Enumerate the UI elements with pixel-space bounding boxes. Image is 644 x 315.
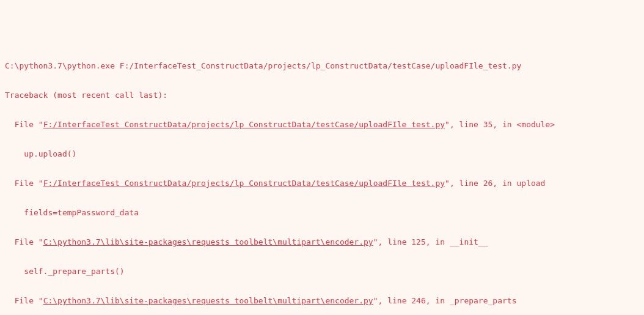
file-path-link[interactable]: F:/InterfaceTest ConstructData/projects/… (43, 120, 445, 129)
file-suffix: ", line 125, in __init__ (373, 237, 488, 246)
file-prefix: File " (5, 179, 43, 188)
frame-code-line: up.upload() (5, 147, 639, 161)
file-path-link[interactable]: C:\python3.7\lib\site-packages\requests … (43, 237, 373, 246)
frame-file-line: File "F:/InterfaceTest ConstructData/pro… (5, 176, 639, 191)
traceback-header: Traceback (most recent call last): (5, 88, 639, 103)
frame-code-line: self._prepare_parts() (5, 264, 639, 279)
command-line: C:\python3.7\python.exe F:/InterfaceTest… (5, 59, 639, 73)
file-suffix: ", line 246, in _prepare_parts (373, 296, 517, 305)
frame-code-line: fields=tempPassword_data (5, 206, 639, 220)
frame-file-line: File "C:\python3.7\lib\site-packages\req… (5, 294, 639, 308)
file-prefix: File " (5, 237, 43, 246)
file-path-link[interactable]: C:\python3.7\lib\site-packages\requests … (43, 296, 373, 305)
file-suffix: ", line 35, in <module> (445, 120, 555, 129)
frame-file-line: File "C:\python3.7\lib\site-packages\req… (5, 235, 639, 250)
frame-file-line: File "F:/InterfaceTest ConstructData/pro… (5, 117, 639, 132)
file-prefix: File " (5, 296, 43, 305)
file-path-link[interactable]: F:/InterfaceTest ConstructData/projects/… (43, 179, 445, 188)
file-prefix: File " (5, 120, 43, 129)
file-suffix: ", line 26, in upload (445, 179, 545, 188)
